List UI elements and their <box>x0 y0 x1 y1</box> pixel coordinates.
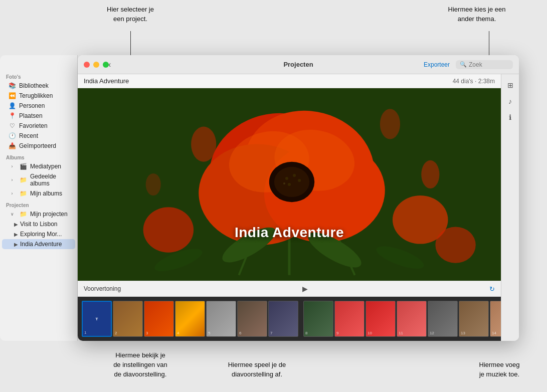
export-button[interactable]: Exporteer <box>424 61 450 68</box>
music-button[interactable]: ♪ <box>503 94 517 108</box>
geimporteerd-icon: 📥 <box>8 142 16 149</box>
svg-point-23 <box>435 227 475 263</box>
filmstrip-thumb-3[interactable]: 3 <box>144 301 174 337</box>
poppy-svg <box>78 88 501 281</box>
project-meta: 44 dia's · 2:38m <box>453 78 495 85</box>
sidebar-item-plaatsen[interactable]: 📍 Plaatsen <box>2 111 75 121</box>
filmstrip-thumb-5[interactable]: 5 <box>206 301 236 337</box>
annotation-select-project: Hier selecteer jeeen project. <box>90 5 170 24</box>
thumb-num-1: 1 <box>84 330 86 335</box>
annotation-settings: Hiermee bekijk jede instellingen vande d… <box>98 351 183 379</box>
sidebar-item-recent[interactable]: 🕐 Recent <box>2 131 75 141</box>
right-panel: ⊞ ♪ ℹ <box>501 74 519 341</box>
bibliotheek-icon: 📚 <box>8 82 16 89</box>
svg-point-7 <box>421 160 439 188</box>
theme-button[interactable]: ⊞ <box>503 78 517 92</box>
sidebar-section-albums: Albums <box>0 151 77 161</box>
thumb-title-text: T <box>96 317 98 321</box>
plaatsen-icon: 📍 <box>8 112 16 119</box>
filmstrip-thumb-6[interactable]: 6 <box>237 301 267 337</box>
slideshow-title: India Adventure <box>235 225 344 241</box>
sidebar-label-personen: Personen <box>19 102 45 109</box>
sidebar-label-india-adventure: India Adventure <box>20 241 62 248</box>
thumb-num-2: 2 <box>115 331 117 335</box>
filmstrip-thumb-4[interactable]: 4 <box>175 301 205 337</box>
sidebar-item-terugblikken[interactable]: ⏪ Terugblikken <box>2 91 75 101</box>
annotation-theme: Hiermee kies je eenander thema. <box>432 5 522 24</box>
sidebar-label-recent: Recent <box>19 132 38 139</box>
sidebar-item-mijn-albums[interactable]: › 📁 Mijn albums <box>2 188 75 199</box>
app-window: ‹ Projecten Exporteer 🔍 India Adventure … <box>78 55 519 341</box>
filmstrip-thumb-7[interactable]: 7 <box>268 301 298 337</box>
info-icon: ℹ <box>509 113 511 121</box>
project-name: India Adventure <box>84 77 129 85</box>
sidebar-item-gedeelde-albums[interactable]: › 📁 Gedeelde albums <box>2 171 75 188</box>
sidebar-label-exploring-mor: Exploring Mor... <box>20 231 62 238</box>
exploring-mor-icon: ▶ <box>14 232 18 237</box>
svg-point-18 <box>298 179 301 182</box>
recent-icon: 🕐 <box>8 132 16 139</box>
preview-label: Voorvertoning <box>84 285 121 292</box>
svg-point-20 <box>283 182 285 184</box>
filmstrip-thumb-13[interactable]: 13 <box>459 301 489 337</box>
filmstrip-thumb-14[interactable]: 14 <box>490 301 501 337</box>
filmstrip-thumb-9[interactable]: 9 <box>334 301 364 337</box>
svg-point-6 <box>146 173 161 195</box>
sidebar-item-bibliotheek[interactable]: 📚 Bibliotheek <box>2 81 75 91</box>
sidebar-label-plaatsen: Plaatsen <box>19 112 43 119</box>
gedeelde-albums-icon: 📁 <box>19 176 27 183</box>
expand-mediatypen-icon: › <box>8 164 16 169</box>
loop-button[interactable]: ↻ <box>489 285 495 293</box>
filmstrip-thumb-11[interactable]: 11 <box>397 301 427 337</box>
filmstrip[interactable]: T 1 2 3 4 5 6 7 <box>78 297 501 341</box>
filmstrip-thumb-10[interactable]: 10 <box>366 301 396 337</box>
sidebar-label-gedeelde-albums: Gedeelde albums <box>30 173 69 187</box>
expand-gedeelde-icon: › <box>8 177 16 182</box>
search-box: 🔍 <box>456 60 513 69</box>
filmstrip-thumb-2[interactable]: 2 <box>113 301 143 337</box>
favorieten-icon: ♡ <box>8 122 16 129</box>
sidebar-item-visit-lisbon[interactable]: ▶ Visit to Lisbon <box>0 219 77 229</box>
sidebar-item-favorieten[interactable]: ♡ Favorieten <box>2 121 75 131</box>
sidebar-label-visit-lisbon: Visit to Lisbon <box>20 221 58 228</box>
sidebar-item-geimporteerd[interactable]: 📥 Geïmporteerd <box>2 141 75 151</box>
minimize-button[interactable] <box>93 62 99 68</box>
svg-point-17 <box>293 174 296 177</box>
thumb-num-9: 9 <box>336 331 338 335</box>
search-icon: 🔍 <box>460 61 467 68</box>
personen-icon: 👤 <box>8 102 16 109</box>
slideshow-area[interactable]: India Adventure <box>78 88 501 281</box>
slides-count: 44 dia's <box>453 78 473 85</box>
svg-point-5 <box>380 109 400 139</box>
thumb-num-4: 4 <box>177 331 179 335</box>
svg-point-15 <box>274 167 309 197</box>
main-content: India Adventure 44 dia's · 2:38m <box>78 74 501 341</box>
back-button[interactable]: ‹ <box>105 59 114 70</box>
thumb-num-13: 13 <box>461 331 465 335</box>
separator: · <box>475 78 478 85</box>
sidebar-item-personen[interactable]: 👤 Personen <box>2 101 75 111</box>
thumb-num-5: 5 <box>208 331 210 335</box>
sidebar-item-mediatypen[interactable]: › 🎬 Mediatypen <box>2 161 75 171</box>
svg-point-19 <box>288 183 291 186</box>
sidebar-label-mijn-projecten: Mijn projecten <box>30 211 68 218</box>
theme-icon: ⊞ <box>507 81 513 89</box>
sidebar-label-terugblikken: Terugblikken <box>19 92 53 99</box>
sidebar-label-favorieten: Favorieten <box>19 122 48 129</box>
play-button[interactable]: ▶ <box>302 285 308 293</box>
sidebar-label-mijn-albums: Mijn albums <box>30 190 62 197</box>
annotation-play: Hiermee speel je dediavoorstelling af. <box>211 360 303 379</box>
sidebar-label-bibliotheek: Bibliotheek <box>19 82 49 89</box>
filmstrip-thumb-12[interactable]: 12 <box>428 301 458 337</box>
search-input[interactable] <box>469 61 509 68</box>
mijn-projecten-icon: 📁 <box>19 211 27 218</box>
sidebar-item-exploring-mor[interactable]: ▶ Exploring Mor... <box>0 229 77 239</box>
sidebar-item-india-adventure[interactable]: ▶ India Adventure <box>2 239 75 249</box>
close-button[interactable] <box>84 62 90 68</box>
filmstrip-thumb-1[interactable]: T 1 <box>82 301 112 337</box>
thumb-num-14: 14 <box>492 331 496 335</box>
filmstrip-thumb-8[interactable]: 8 <box>303 301 333 337</box>
info-button[interactable]: ℹ <box>503 110 517 124</box>
expand-projecten-icon: ∨ <box>8 212 16 217</box>
sidebar-item-mijn-projecten[interactable]: ∨ 📁 Mijn projecten <box>2 209 75 219</box>
